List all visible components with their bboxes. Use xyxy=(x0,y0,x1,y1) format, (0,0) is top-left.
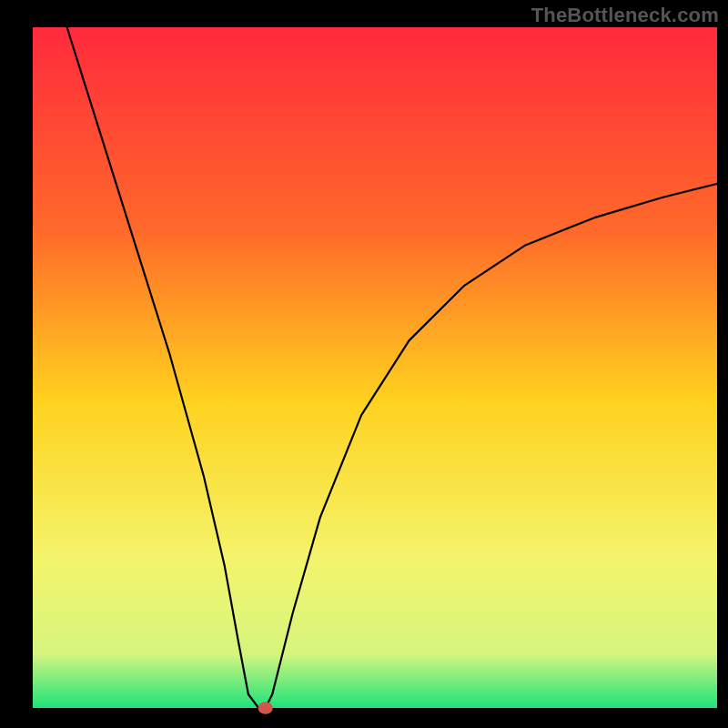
watermark-text: TheBottleneck.com xyxy=(531,4,719,27)
plot-background xyxy=(33,27,717,708)
chart-frame: TheBottleneck.com xyxy=(0,0,728,728)
bottleneck-chart xyxy=(0,0,728,728)
optimum-marker xyxy=(258,702,273,714)
